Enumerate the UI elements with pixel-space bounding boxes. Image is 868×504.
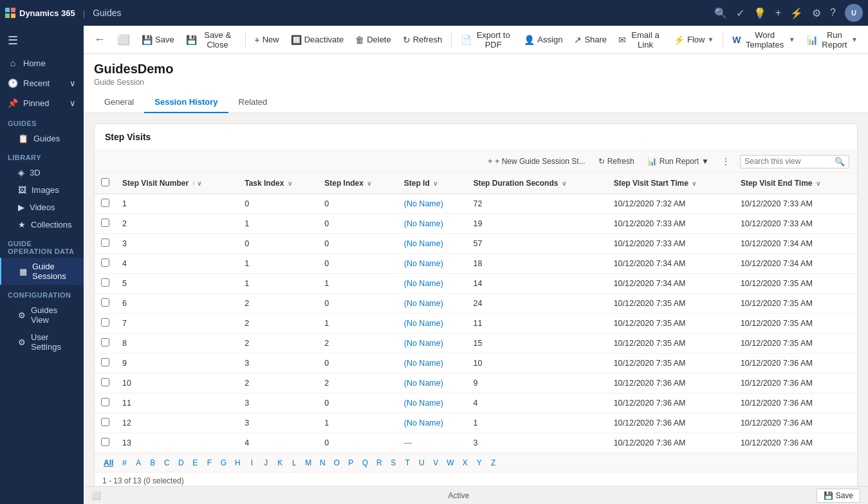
cell-step-id[interactable]: (No Name) bbox=[398, 413, 467, 433]
row-checkbox[interactable] bbox=[101, 378, 109, 386]
page-letter-h[interactable]: H bbox=[230, 456, 245, 469]
email-link-button[interactable]: ✉ Email a Link bbox=[613, 28, 667, 52]
panel-more-button[interactable]: ⋮ bbox=[717, 154, 735, 168]
col-step-index[interactable]: Step Index ∨ bbox=[318, 173, 397, 194]
row-checkbox[interactable] bbox=[101, 318, 109, 327]
cell-step-id[interactable]: (No Name) bbox=[398, 314, 467, 334]
sidebar-item-home[interactable]: ⌂ Home bbox=[0, 53, 84, 73]
sidebar-item-3d[interactable]: ◈ 3D bbox=[0, 164, 84, 181]
expand-button[interactable]: ⬜ bbox=[112, 31, 135, 48]
app-logo[interactable]: Dynamics 365 bbox=[5, 8, 75, 18]
page-letter-y[interactable]: Y bbox=[472, 456, 486, 469]
sidebar-item-videos[interactable]: ▶ Videos bbox=[0, 199, 84, 216]
cell-step-id[interactable]: (No Name) bbox=[398, 334, 467, 354]
page-letter-v[interactable]: V bbox=[429, 456, 443, 469]
settings-icon[interactable]: ⚙ bbox=[812, 7, 821, 19]
row-checkbox-cell[interactable] bbox=[95, 433, 116, 453]
page-letter-s[interactable]: S bbox=[386, 456, 400, 469]
col-step-id[interactable]: Step Id ∨ bbox=[398, 173, 467, 194]
new-guide-session-button[interactable]: + + New Guide Session St... bbox=[483, 154, 590, 168]
filter-icon[interactable]: ⚡ bbox=[790, 7, 803, 19]
tab-general[interactable]: General bbox=[94, 92, 144, 113]
page-letter-i[interactable]: I bbox=[245, 456, 259, 469]
row-checkbox[interactable] bbox=[101, 298, 109, 307]
panel-search[interactable]: 🔍 bbox=[740, 155, 849, 168]
checkbox-header[interactable] bbox=[95, 173, 116, 194]
cell-step-id[interactable]: (No Name) bbox=[398, 254, 467, 274]
word-templates-button[interactable]: W Word Templates ▼ bbox=[727, 28, 800, 52]
select-all-checkbox[interactable] bbox=[101, 178, 109, 186]
cell-step-id[interactable]: (No Name) bbox=[398, 194, 467, 214]
sidebar-item-guides-view[interactable]: ⚙ Guides View bbox=[0, 302, 84, 328]
assign-button[interactable]: 👤 Assign bbox=[519, 32, 568, 48]
row-checkbox-cell[interactable] bbox=[95, 194, 116, 214]
page-letter-w[interactable]: W bbox=[443, 456, 457, 469]
page-letter-d[interactable]: D bbox=[174, 456, 188, 469]
cell-step-id[interactable]: --- bbox=[398, 433, 467, 453]
page-letter-j[interactable]: J bbox=[259, 456, 273, 469]
page-letter-p[interactable]: P bbox=[344, 456, 358, 469]
help-icon[interactable]: 💡 bbox=[753, 7, 766, 19]
row-checkbox[interactable] bbox=[101, 219, 109, 227]
row-checkbox-cell[interactable] bbox=[95, 374, 116, 393]
run-report-button[interactable]: 📊 Run Report ▼ bbox=[802, 28, 863, 52]
sidebar-item-guides[interactable]: 📋 Guides bbox=[0, 130, 84, 147]
tab-related[interactable]: Related bbox=[228, 92, 278, 113]
page-letter-k[interactable]: K bbox=[273, 456, 287, 469]
row-checkbox[interactable] bbox=[101, 199, 109, 207]
row-checkbox[interactable] bbox=[101, 278, 109, 287]
page-letter-m[interactable]: M bbox=[301, 456, 315, 469]
row-checkbox[interactable] bbox=[101, 358, 109, 366]
sidebar-item-recent[interactable]: 🕐 Recent ∨ bbox=[0, 73, 84, 93]
page-letter-l[interactable]: L bbox=[287, 456, 301, 469]
search-icon[interactable]: 🔍 bbox=[714, 7, 727, 19]
sidebar-item-user-settings[interactable]: ⚙ User Settings bbox=[0, 328, 84, 356]
page-letter-a[interactable]: A bbox=[131, 456, 145, 469]
col-step-visit-number[interactable]: Step Visit Number ↑ ∨ bbox=[116, 173, 238, 194]
new-button[interactable]: + New bbox=[250, 32, 284, 48]
save-close-button[interactable]: 💾 Save & Close bbox=[181, 28, 241, 52]
cell-step-id[interactable]: (No Name) bbox=[398, 294, 467, 314]
row-checkbox-cell[interactable] bbox=[95, 294, 116, 314]
row-checkbox-cell[interactable] bbox=[95, 413, 116, 433]
search-input[interactable] bbox=[744, 157, 835, 166]
sidebar-item-collections[interactable]: ★ Collections bbox=[0, 216, 84, 233]
panel-run-report-button[interactable]: 📊 Run Report ▼ bbox=[642, 154, 714, 168]
page-letter-r[interactable]: R bbox=[372, 456, 386, 469]
sidebar-item-guide-sessions[interactable]: ▦ Guide Sessions bbox=[0, 258, 84, 285]
col-task-index[interactable]: Task Index ∨ bbox=[238, 173, 318, 194]
page-letter-c[interactable]: C bbox=[160, 456, 174, 469]
page-letter-t[interactable]: T bbox=[400, 456, 414, 469]
page-letter-b[interactable]: B bbox=[145, 456, 160, 469]
status-save-button[interactable]: 💾 Save bbox=[817, 489, 860, 503]
delete-button[interactable]: 🗑 Delete bbox=[350, 32, 396, 48]
page-letter-n[interactable]: N bbox=[315, 456, 329, 469]
row-checkbox[interactable] bbox=[101, 239, 109, 247]
cell-step-id[interactable]: (No Name) bbox=[398, 354, 467, 374]
row-checkbox[interactable] bbox=[101, 258, 109, 267]
row-checkbox[interactable] bbox=[101, 438, 109, 446]
col-step-duration[interactable]: Step Duration Seconds ∨ bbox=[466, 173, 607, 194]
page-letter-#[interactable]: # bbox=[117, 456, 131, 469]
row-checkbox-cell[interactable] bbox=[95, 334, 116, 354]
page-letter-e[interactable]: E bbox=[188, 456, 202, 469]
cell-step-id[interactable]: (No Name) bbox=[398, 234, 467, 254]
cell-step-id[interactable]: (No Name) bbox=[398, 274, 467, 294]
col-start-time[interactable]: Step Visit Start Time ∨ bbox=[607, 173, 734, 194]
row-checkbox[interactable] bbox=[101, 398, 109, 406]
row-checkbox-cell[interactable] bbox=[95, 314, 116, 334]
sidebar-item-pinned[interactable]: 📌 Pinned ∨ bbox=[0, 93, 84, 113]
row-checkbox-cell[interactable] bbox=[95, 354, 116, 374]
checkmark-icon[interactable]: ✓ bbox=[736, 7, 744, 19]
cell-step-id[interactable]: (No Name) bbox=[398, 214, 467, 234]
page-letter-q[interactable]: Q bbox=[358, 456, 372, 469]
cell-step-id[interactable]: (No Name) bbox=[398, 393, 467, 413]
page-letter-x[interactable]: X bbox=[458, 456, 472, 469]
row-checkbox[interactable] bbox=[101, 338, 109, 346]
page-letter-all[interactable]: All bbox=[100, 456, 117, 469]
question-icon[interactable]: ? bbox=[830, 7, 836, 19]
page-letter-o[interactable]: O bbox=[329, 456, 344, 469]
row-checkbox[interactable] bbox=[101, 418, 109, 426]
col-end-time[interactable]: Step Visit End Time ∨ bbox=[734, 173, 857, 194]
row-checkbox-cell[interactable] bbox=[95, 393, 116, 413]
